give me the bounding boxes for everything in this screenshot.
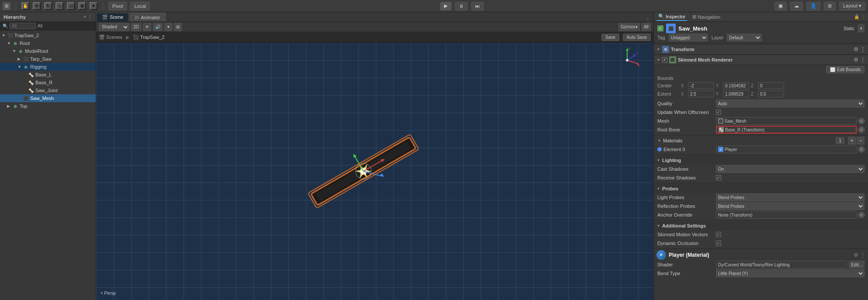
edit-bounds-button[interactable]: ⬜ Edit Bounds <box>826 66 865 73</box>
pivot-button[interactable]: Pivot <box>108 2 127 10</box>
element0-select-btn[interactable]: ⊙ <box>858 146 865 152</box>
breadcrumb-trapsaw2[interactable]: ⬛ TrapSaw_2 <box>133 34 165 40</box>
smr-menu-icon[interactable]: ⚙ <box>854 57 858 63</box>
center-y-input[interactable] <box>723 82 749 89</box>
smr-dots[interactable]: ⋮ <box>860 57 865 63</box>
smr-checkbox[interactable]: ✓ <box>662 57 667 62</box>
tree-item-trapsaw2[interactable]: ▼ ⬛ TrapSaw_2 <box>0 31 96 39</box>
center-z-input[interactable] <box>758 82 784 89</box>
step-button[interactable]: ⏭ <box>471 2 484 10</box>
scene-viewport[interactable]: Y X Z < Persp <box>96 43 653 300</box>
center-x-input[interactable] <box>688 82 714 89</box>
reflection-probes-select[interactable]: Blend Probes <box>716 202 865 210</box>
2d-toggle[interactable]: 2D <box>131 23 141 31</box>
tool-hand[interactable]: ✋ <box>21 2 29 10</box>
local-button[interactable]: Local <box>130 2 149 10</box>
extent-x-input[interactable] <box>688 90 714 97</box>
root-bone-select-btn[interactable]: ⊙ <box>858 127 865 133</box>
light-probes-select[interactable]: Blend Probes <box>716 193 865 201</box>
inspector-menu-btn[interactable]: ⋮ <box>861 14 865 19</box>
extent-y-input[interactable] <box>723 90 749 97</box>
tree-item-rigging[interactable]: ▼ ⊕ Rigging <box>0 63 96 71</box>
tool-scale[interactable]: ⤡ <box>56 2 63 10</box>
tree-item-modelroot[interactable]: ▼ ⊕ ModelRoot <box>0 47 96 55</box>
tree-item-top[interactable]: ▶ ⊕ Top <box>0 102 96 110</box>
mesh-select-btn[interactable]: ⊙ <box>858 118 865 124</box>
tool-move[interactable]: ✛ <box>33 2 41 10</box>
tree-item-tarp-saw[interactable]: ▶ ⬛ Tarp_Saw <box>0 55 96 63</box>
light-toggle[interactable]: ☀ <box>143 23 151 31</box>
pause-button[interactable]: ⏸ <box>455 2 468 10</box>
additional-settings-header[interactable]: ▼ Additional Settings <box>654 221 868 230</box>
object-active-checkbox[interactable]: ✓ <box>657 25 663 31</box>
inspector-lock-btn[interactable]: 🔒 <box>854 14 859 19</box>
tag-select[interactable]: Untagged <box>669 34 708 41</box>
scene-tabs: 🎬 Scene ▷ Animator ⋮ <box>96 12 653 22</box>
hierarchy-menu-btn[interactable]: ⋮ <box>88 14 92 19</box>
icon-rigging: ⊕ <box>23 64 29 70</box>
dynamic-occlusion-checkbox[interactable]: ✓ <box>716 241 721 246</box>
account-button[interactable]: 👤 <box>806 2 820 10</box>
axis-widget[interactable]: Y X Z <box>614 47 640 73</box>
shader-edit-btn[interactable]: Edit... <box>849 261 865 269</box>
cz-label: Z <box>751 83 756 88</box>
tool-custom[interactable]: ✦ <box>90 2 97 10</box>
save-button[interactable]: Save <box>601 34 619 41</box>
search-input[interactable] <box>10 23 36 29</box>
layout-button[interactable]: Layout ▾ <box>839 2 865 10</box>
lighting-label: Lighting <box>662 158 681 163</box>
shading-mode-select[interactable]: Shaded Wireframe <box>99 23 129 31</box>
anchor-override-select-btn[interactable]: ⊙ <box>858 212 865 218</box>
tool-transform[interactable]: ⊕ <box>78 2 86 10</box>
probes-section-header[interactable]: ▼ Probes <box>654 184 868 193</box>
hierarchy-header: Hierarchy + ⋮ <box>0 12 96 22</box>
static-label: Static <box>844 26 854 31</box>
static-toggle[interactable]: ▾ <box>858 24 865 32</box>
lighting-section-header[interactable]: ▼ Lighting <box>654 156 868 165</box>
auto-save-button[interactable]: Auto Save <box>623 34 651 41</box>
hierarchy-add-btn[interactable]: + <box>83 14 86 19</box>
breadcrumb-scenes[interactable]: 🎬 Scenes <box>99 34 122 40</box>
receive-shadows-checkbox[interactable]: ✓ <box>716 175 721 180</box>
bend-type-select[interactable]: Little Planet (Y) <box>716 269 865 277</box>
tool-rect[interactable]: ▭ <box>67 2 75 10</box>
mat-remove-btn[interactable]: − <box>857 137 865 145</box>
scene-breadcrumb-bar: 🎬 Scenes ▶ ⬛ TrapSaw_2 Save Auto Save <box>96 32 653 43</box>
tree-item-saw-mesh[interactable]: ⬛ Saw_Mesh <box>0 94 96 102</box>
audio-toggle[interactable]: 🔊 <box>153 23 163 31</box>
layer-select[interactable]: Default <box>727 34 762 41</box>
layers-button[interactable]: ⊞ <box>824 2 836 10</box>
transform-dots[interactable]: ⋮ <box>860 46 865 52</box>
tab-scene[interactable]: 🎬 Scene <box>96 13 129 21</box>
collab-button[interactable]: ▣ <box>774 2 787 10</box>
tool-rotate[interactable]: ↻ <box>44 2 52 10</box>
tab-navigation[interactable]: ⊞ Navigation <box>691 13 722 21</box>
player-mat-gear[interactable]: ⚙ <box>854 252 858 258</box>
scene-options-btn[interactable]: ⋮ <box>646 17 650 21</box>
divider-6 <box>654 248 868 249</box>
tree-item-root[interactable]: ▼ ⊕ Root <box>0 39 96 47</box>
play-button[interactable]: ▶ <box>440 2 451 10</box>
tree-item-base-r[interactable]: 🦴 Base_R <box>0 79 96 86</box>
tree-item-base-l[interactable]: 🦴 Base_L <box>0 71 96 79</box>
extent-z-input[interactable] <box>758 90 784 97</box>
skinned-motion-vectors-checkbox[interactable]: ✓ <box>716 232 721 237</box>
transform-menu-icon[interactable]: ⚙ <box>854 46 858 52</box>
arrow-trapsaw2: ▼ <box>2 33 7 38</box>
svg-line-3 <box>627 60 638 64</box>
tab-animator[interactable]: ▷ Animator <box>130 13 166 21</box>
mat-add-btn[interactable]: + <box>848 137 856 145</box>
quality-select[interactable]: Auto <box>716 100 865 107</box>
update-offscreen-checkbox[interactable]: ✓ <box>716 110 721 115</box>
cast-shadows-select[interactable]: On <box>716 165 865 173</box>
scene-all-btn[interactable]: All <box>642 23 651 31</box>
ez-label: Z <box>751 92 756 97</box>
grid-toggle[interactable]: ⊞ <box>174 23 182 31</box>
cloud-button[interactable]: ☁ <box>790 2 803 10</box>
tree-item-saw-joint[interactable]: 🦴 Saw_Joint <box>0 86 96 94</box>
tab-inspector[interactable]: 🔍 Inspector <box>656 13 687 21</box>
player-mat-dots[interactable]: ⋮ <box>860 252 865 258</box>
fx-toggle[interactable]: ✦ <box>164 23 172 31</box>
gizmos-btn[interactable]: Gizmos ▾ <box>618 23 640 31</box>
edit-bounds-row: ⬜ Edit Bounds <box>654 65 868 74</box>
